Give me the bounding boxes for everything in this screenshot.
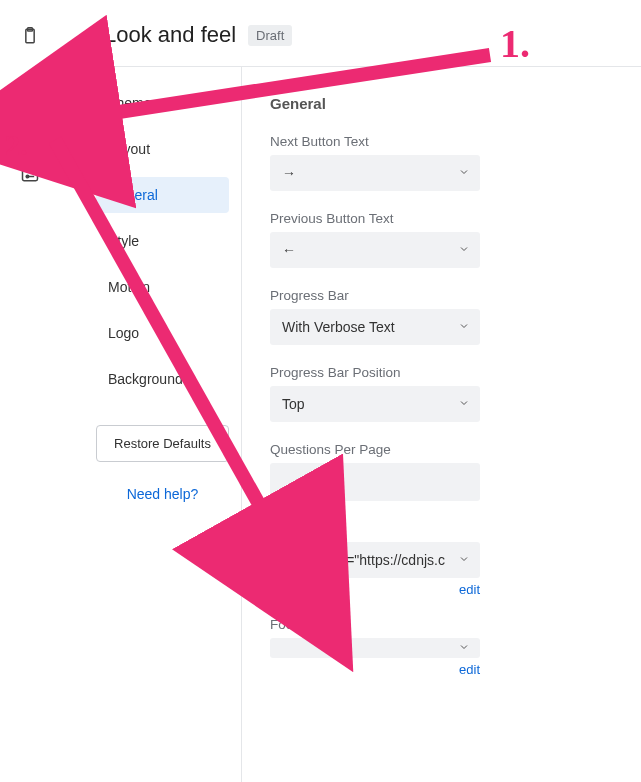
progress-bar-position-select[interactable]: Top <box>270 386 480 422</box>
settings-subnav: Theme Layout General Style Motion Logo B… <box>84 67 242 782</box>
field-label: Footer <box>270 617 613 632</box>
chevron-down-icon <box>458 552 470 568</box>
icon-rail <box>0 0 60 782</box>
subnav-layout[interactable]: Layout <box>96 131 229 167</box>
field-progress-bar: Progress Bar With Verbose Text <box>270 288 613 345</box>
restore-defaults-button[interactable]: Restore Defaults <box>96 425 229 462</box>
questions-per-page-input[interactable] <box>270 463 480 501</box>
header-edit-link[interactable]: edit <box>270 582 480 597</box>
field-progress-bar-position: Progress Bar Position Top <box>270 365 613 422</box>
footer-select[interactable] <box>270 638 480 658</box>
footer-edit-link[interactable]: edit <box>270 662 480 677</box>
main-panel: Look and feel Draft Theme Layout General… <box>84 0 641 782</box>
chevron-down-icon <box>458 165 470 181</box>
field-next-button-text: Next Button Text → <box>270 134 613 191</box>
field-footer: Footer edit <box>270 617 613 677</box>
field-label: Next Button Text <box>270 134 613 149</box>
section-title: General <box>270 95 613 112</box>
next-button-text-select[interactable]: → <box>270 155 480 191</box>
field-label: Questions Per Page <box>270 442 613 457</box>
header-select[interactable]: <script src="https://cdnjs.c <box>270 542 480 578</box>
page-title: Look and feel <box>104 22 236 48</box>
paint-roller-icon[interactable] <box>14 112 46 144</box>
field-questions-per-page: Questions Per Page <box>270 442 613 501</box>
subnav-background[interactable]: Background <box>96 361 229 397</box>
subnav-motion[interactable]: Motion <box>96 269 229 305</box>
field-label: Header <box>270 521 613 536</box>
chevron-down-icon <box>458 319 470 335</box>
builder-icon[interactable] <box>14 66 46 98</box>
svg-point-8 <box>30 170 33 173</box>
need-help-link[interactable]: Need help? <box>96 486 229 502</box>
svg-rect-6 <box>23 167 38 180</box>
field-label: Progress Bar <box>270 288 613 303</box>
field-header: Header <script src="https://cdnjs.c edit <box>270 521 613 597</box>
sliders-icon[interactable] <box>14 158 46 190</box>
subnav-style[interactable]: Style <box>96 223 229 259</box>
progress-bar-select[interactable]: With Verbose Text <box>270 309 480 345</box>
field-previous-button-text: Previous Button Text ← <box>270 211 613 268</box>
svg-point-10 <box>26 175 29 178</box>
svg-rect-3 <box>23 84 36 88</box>
status-badge: Draft <box>248 25 292 46</box>
subnav-theme[interactable]: Theme <box>96 85 229 121</box>
svg-rect-5 <box>28 131 31 136</box>
svg-rect-4 <box>24 121 34 126</box>
subnav-logo[interactable]: Logo <box>96 315 229 351</box>
field-label: Previous Button Text <box>270 211 613 226</box>
general-form: General Next Button Text → Previous Butt… <box>242 67 641 782</box>
svg-rect-2 <box>23 76 36 80</box>
page-header: Look and feel Draft <box>84 0 641 66</box>
previous-button-text-select[interactable]: ← <box>270 232 480 268</box>
clipboard-icon[interactable] <box>14 20 46 52</box>
chevron-down-icon <box>458 640 470 656</box>
field-label: Progress Bar Position <box>270 365 613 380</box>
subnav-general[interactable]: General <box>96 177 229 213</box>
chevron-down-icon <box>458 242 470 258</box>
chevron-down-icon <box>458 396 470 412</box>
